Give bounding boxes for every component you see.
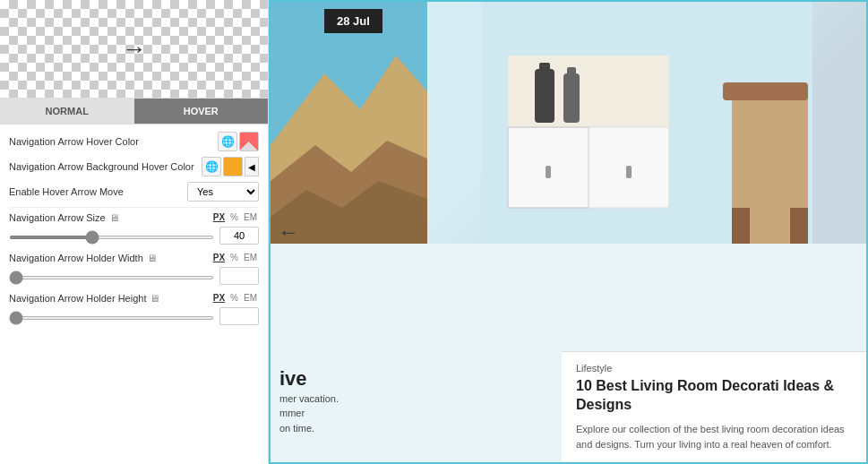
nav-arrow-holder-width-slider-row <box>9 267 259 285</box>
nav-arrow-size-input[interactable] <box>219 227 259 245</box>
hover-settings: Navigation Arrow Hover Color 🌐 Navigatio… <box>0 125 268 339</box>
arrow-size-units: PX % EM <box>211 211 259 223</box>
preview-panel: 28 Jul <box>269 0 868 464</box>
settings-panel: → NORMAL HOVER Navigation Arrow Hover Co… <box>0 0 269 464</box>
svg-rect-17 <box>790 208 808 244</box>
nav-arrow-size-slider-container <box>9 229 214 242</box>
nav-arrow-bg-hover-color-controls: 🌐 ◀ <box>202 157 259 176</box>
image-row <box>271 2 866 244</box>
nav-arrow-holder-height-row: Navigation Arrow Holder Height 🖥 PX % EM <box>9 292 259 304</box>
nav-arrow-size-row: Navigation Arrow Size 🖥 PX % EM <box>9 211 259 223</box>
nav-arrow-holder-height-input[interactable] <box>219 307 259 325</box>
live-label: ive <box>279 367 307 391</box>
unit-pct-width[interactable]: % <box>228 252 240 263</box>
nav-arrow-bg-hover-color-label: Navigation Arrow Background Hover Color <box>9 160 198 173</box>
tab-toggle-row: NORMAL HOVER <box>0 99 268 125</box>
nav-arrow-hover-color-controls: 🌐 <box>218 132 259 151</box>
nav-arrow-hover-color-row: Navigation Arrow Hover Color 🌐 <box>9 132 259 151</box>
date-badge: 28 Jul <box>324 9 382 33</box>
svg-rect-15 <box>723 82 808 100</box>
nav-arrow-size-slider-row <box>9 227 259 245</box>
unit-pct-height[interactable]: % <box>228 292 240 304</box>
svg-rect-8 <box>563 73 580 123</box>
enable-hover-arrow-move-label: Enable Hover Arrow Move <box>9 185 184 198</box>
nav-arrow-size-label: Navigation Arrow Size 🖥 <box>9 212 211 223</box>
preview-arrow: → <box>122 35 147 64</box>
unit-px-height[interactable]: PX <box>211 292 227 304</box>
holder-width-units: PX % EM <box>211 252 259 263</box>
nav-arrow-left-button[interactable]: ← <box>278 219 299 245</box>
hover-color-swatch[interactable] <box>239 132 259 151</box>
nav-arrow-holder-height-slider-row <box>9 307 259 325</box>
bottom-text-snippet: mer vacation. mmer on time. <box>279 391 339 436</box>
nav-arrow-holder-width-input[interactable] <box>219 267 259 285</box>
unit-px-width[interactable]: PX <box>211 252 227 263</box>
nav-arrow-holder-height-label: Navigation Arrow Holder Height 🖥 <box>9 293 211 304</box>
article-title: 10 Best Living Room Decorati Ideas & Des… <box>576 377 852 415</box>
tab-hover[interactable]: HOVER <box>134 99 269 124</box>
nav-arrow-holder-width-label: Navigation Arrow Holder Width 🖥 <box>9 253 211 263</box>
unit-em-height[interactable]: EM <box>242 292 259 304</box>
svg-rect-16 <box>732 208 750 244</box>
article-text: Explore our collection of the best livin… <box>576 422 852 451</box>
divider-1 <box>9 207 259 208</box>
svg-rect-13 <box>626 166 632 178</box>
collapse-btn[interactable]: ◀ <box>245 157 259 176</box>
nav-arrow-holder-height-slider[interactable] <box>9 316 214 320</box>
arrow-preview-area: → <box>0 0 268 99</box>
unit-em-size[interactable]: EM <box>242 211 259 223</box>
bg-hover-color-swatch[interactable] <box>223 157 243 176</box>
nav-arrow-hover-color-label: Navigation Arrow Hover Color <box>9 135 214 148</box>
nav-arrow-holder-width-slider-container <box>9 270 214 282</box>
unit-pct-size[interactable]: % <box>228 211 240 223</box>
svg-rect-6 <box>535 69 554 123</box>
globe-icon[interactable]: 🌐 <box>218 132 237 151</box>
enable-hover-arrow-move-select[interactable]: Yes No <box>187 182 259 202</box>
holder-height-units: PX % EM <box>211 292 259 304</box>
monitor-icon-size: 🖥 <box>109 212 119 223</box>
article-section: Lifestyle 10 Best Living Room Decorati I… <box>562 351 866 462</box>
globe-icon-bg[interactable]: 🌐 <box>202 157 221 176</box>
svg-rect-12 <box>546 166 551 178</box>
nav-arrow-holder-width-slider[interactable] <box>9 276 214 279</box>
tab-normal[interactable]: NORMAL <box>0 99 134 124</box>
monitor-icon-width: 🖥 <box>147 253 157 263</box>
article-category: Lifestyle <box>576 363 852 374</box>
nav-arrow-holder-width-row: Navigation Arrow Holder Width 🖥 PX % EM <box>9 252 259 263</box>
enable-hover-arrow-move-row: Enable Hover Arrow Move Yes No <box>9 182 259 202</box>
unit-em-width[interactable]: EM <box>242 252 259 263</box>
nav-arrow-size-slider[interactable] <box>9 236 214 239</box>
nav-arrow-bg-hover-color-row: Navigation Arrow Background Hover Color … <box>9 157 259 176</box>
furniture-image <box>427 2 866 244</box>
rocky-svg <box>271 2 427 244</box>
svg-rect-7 <box>539 63 550 73</box>
rocky-image <box>271 2 427 244</box>
svg-rect-9 <box>567 67 576 76</box>
unit-px-size[interactable]: PX <box>211 211 227 223</box>
nav-arrow-holder-height-slider-container <box>9 310 214 322</box>
furniture-svg <box>427 2 866 244</box>
monitor-icon-height: 🖥 <box>150 293 159 304</box>
